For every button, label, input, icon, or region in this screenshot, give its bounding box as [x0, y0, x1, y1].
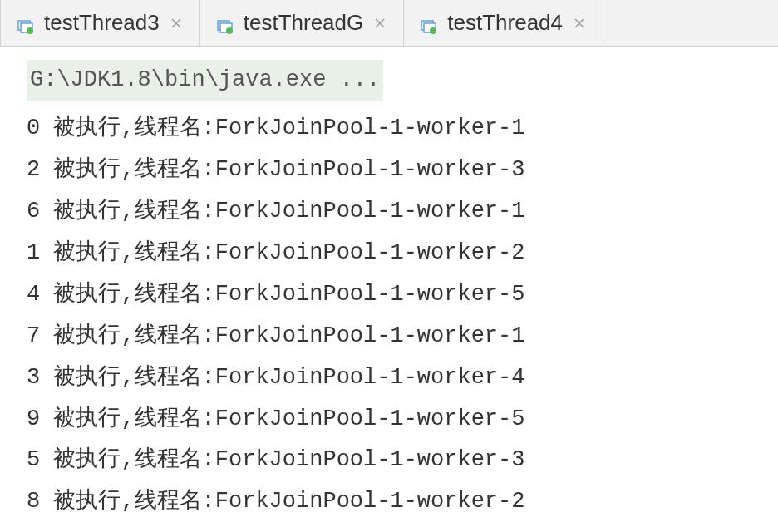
output-line: 7 被执行,线程名:ForkJoinPool-1-worker-1 [27, 316, 778, 357]
output-line: 9 被执行,线程名:ForkJoinPool-1-worker-5 [27, 399, 778, 441]
output-line: 4 被执行,线程名:ForkJoinPool-1-worker-5 [27, 274, 778, 316]
tab-testthread3[interactable]: testThread3 [0, 0, 200, 46]
output-line: 0 被执行,线程名:ForkJoinPool-1-worker-1 [27, 108, 778, 150]
output-line: 1 被执行,线程名:ForkJoinPool-1-worker-2 [27, 233, 778, 274]
output-line: 6 被执行,线程名:ForkJoinPool-1-worker-1 [27, 191, 778, 233]
output-line: 5 被执行,线程名:ForkJoinPool-1-worker-3 [27, 440, 778, 481]
close-icon[interactable] [573, 17, 586, 30]
tab-testthreadg[interactable]: testThreadG [200, 0, 405, 46]
close-icon[interactable] [373, 17, 387, 30]
tab-testthread4[interactable]: testThread4 [404, 0, 603, 46]
output-line: 8 被执行,线程名:ForkJoinPool-1-worker-2 [27, 481, 778, 523]
tab-label: testThread4 [447, 10, 563, 36]
svg-point-2 [27, 27, 33, 34]
tab-label: testThreadG [244, 10, 364, 36]
tab-label: testThread3 [44, 10, 160, 36]
run-config-icon [17, 15, 34, 32]
output-line: 2 被执行,线程名:ForkJoinPool-1-worker-3 [27, 150, 778, 191]
console-output: G:\JDK1.8\bin\java.exe ... 0 被执行,线程名:For… [0, 47, 778, 523]
command-line: G:\JDK1.8\bin\java.exe ... [27, 60, 383, 101]
run-config-icon [217, 15, 234, 32]
svg-point-12 [430, 27, 436, 34]
output-line: 3 被执行,线程名:ForkJoinPool-1-worker-4 [27, 357, 778, 399]
editor-tabs: testThread3 testThreadG [0, 0, 778, 47]
close-icon[interactable] [170, 17, 183, 30]
svg-point-7 [226, 27, 233, 34]
run-config-icon [421, 15, 437, 32]
